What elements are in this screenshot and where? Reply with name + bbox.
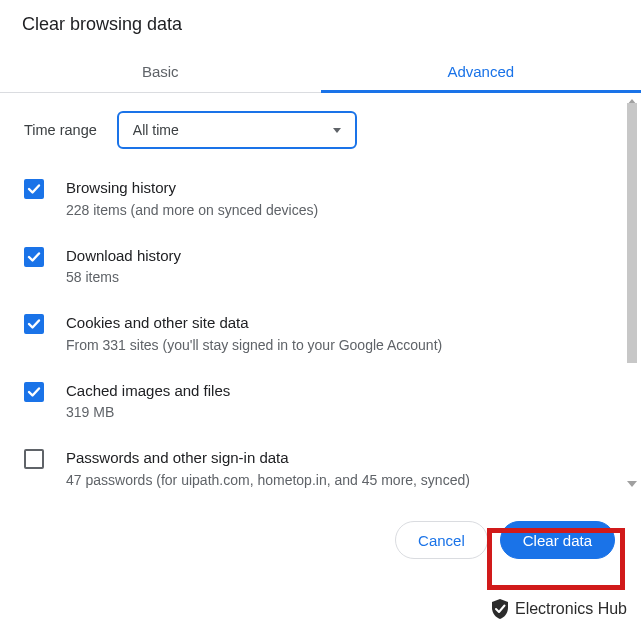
item-subtitle: From 331 sites (you'll stay signed in to… — [66, 335, 442, 356]
chevron-down-icon — [333, 128, 341, 133]
item-title: Browsing history — [66, 177, 318, 200]
list-item: Cookies and other site dataFrom 331 site… — [24, 312, 617, 356]
checkbox[interactable] — [24, 449, 44, 469]
item-title: Passwords and other sign-in data — [66, 447, 470, 470]
item-text: Cookies and other site dataFrom 331 site… — [66, 312, 442, 356]
scrollbar[interactable] — [625, 103, 639, 483]
tab-advanced[interactable]: Advanced — [321, 53, 642, 92]
list-item: Passwords and other sign-in data47 passw… — [24, 447, 617, 491]
time-range-select[interactable]: All time — [117, 111, 357, 149]
list-item: Browsing history228 items (and more on s… — [24, 177, 617, 221]
checkbox[interactable] — [24, 382, 44, 402]
checkbox[interactable] — [24, 247, 44, 267]
clear-data-button[interactable]: Clear data — [500, 521, 615, 559]
item-title: Cached images and files — [66, 380, 230, 403]
watermark-text: Electronics Hub — [515, 600, 627, 618]
scroll-area: Time range All time Browsing history228 … — [0, 93, 641, 503]
clear-browsing-data-dialog: Clear browsing data Basic Advanced Time … — [0, 0, 641, 559]
item-subtitle: 58 items — [66, 267, 181, 288]
dialog-actions: Cancel Clear data — [0, 503, 641, 559]
dialog-title: Clear browsing data — [0, 0, 641, 53]
item-text: Browsing history228 items (and more on s… — [66, 177, 318, 221]
watermark: Electronics Hub — [491, 599, 627, 619]
checkbox[interactable] — [24, 179, 44, 199]
item-title: Cookies and other site data — [66, 312, 442, 335]
scrollbar-thumb[interactable] — [627, 103, 637, 363]
item-subtitle: 47 passwords (for uipath.com, hometop.in… — [66, 470, 470, 491]
time-range-row: Time range All time — [24, 111, 617, 149]
scroll-down-icon[interactable] — [625, 477, 639, 491]
item-text: Passwords and other sign-in data47 passw… — [66, 447, 470, 491]
item-title: Download history — [66, 245, 181, 268]
tab-basic[interactable]: Basic — [0, 53, 321, 92]
time-range-value: All time — [133, 122, 179, 138]
tabs: Basic Advanced — [0, 53, 641, 93]
shield-icon — [491, 599, 509, 619]
list-item: Download history58 items — [24, 245, 617, 289]
item-text: Download history58 items — [66, 245, 181, 289]
cancel-button[interactable]: Cancel — [395, 521, 488, 559]
list-item: Cached images and files319 MB — [24, 380, 617, 424]
time-range-label: Time range — [24, 122, 97, 138]
checkbox[interactable] — [24, 314, 44, 334]
item-text: Cached images and files319 MB — [66, 380, 230, 424]
content: Time range All time Browsing history228 … — [0, 93, 641, 503]
item-subtitle: 319 MB — [66, 402, 230, 423]
item-subtitle: 228 items (and more on synced devices) — [66, 200, 318, 221]
